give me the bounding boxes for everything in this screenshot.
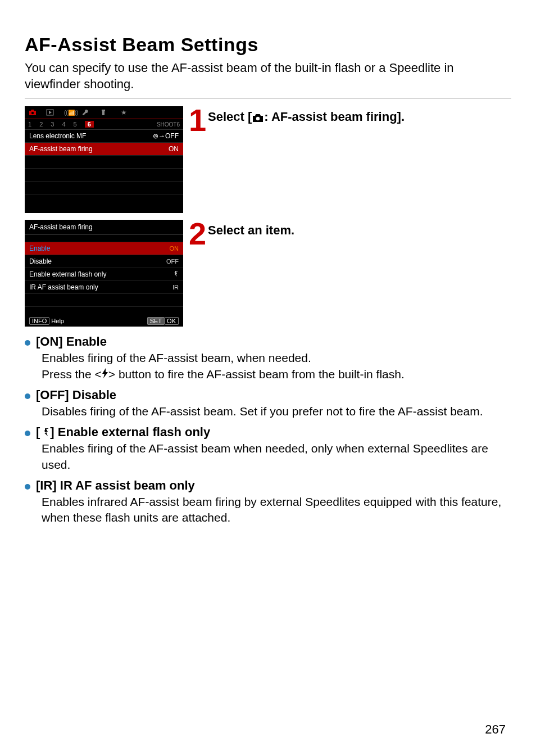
step-1-text-b: : AF-assist beam firing]. xyxy=(264,110,405,124)
menu-row-empty xyxy=(25,169,183,182)
menu-row-af-assist: AF-assist beam firing ON xyxy=(25,143,183,156)
bullet-body: Enables firing of the AF-assist beam whe… xyxy=(42,441,511,473)
camera-icon xyxy=(28,109,39,116)
menu-row-value: ⊚→OFF xyxy=(153,132,179,140)
info-button-label: INFO xyxy=(29,317,49,325)
ok-label: OK xyxy=(165,317,179,325)
svg-rect-2 xyxy=(102,110,105,111)
subtab-3: 3 xyxy=(51,121,54,128)
bullet-body: Enables infrared AF-assist beam firing b… xyxy=(42,494,511,526)
bullet-off: [OFF] Disable xyxy=(25,388,511,402)
option-label: Enable xyxy=(29,245,50,252)
option-value: OFF xyxy=(166,258,179,265)
step-2-text: Select an item. xyxy=(208,223,294,238)
page-number: 267 xyxy=(485,722,506,737)
ext-flash-icon xyxy=(40,425,50,439)
bullet-head-post: ] Enable external flash only xyxy=(50,425,210,439)
svg-rect-3 xyxy=(102,111,105,115)
subtab-4: 4 xyxy=(62,121,65,128)
menu-row-value: ON xyxy=(169,145,179,153)
shoot-label: SHOOT6 xyxy=(157,121,180,128)
menu-row-lens-mf: Lens electronic MF ⊚→OFF xyxy=(25,130,183,143)
manual-page: AF-Assist Beam Settings You can specify … xyxy=(0,0,536,756)
subtab-2: 2 xyxy=(39,121,43,128)
option-value: IR xyxy=(172,284,179,291)
bullet-body: Disables firing of the AF-assist beam. S… xyxy=(42,404,511,419)
option-ir: IR AF assist beam only IR xyxy=(25,281,183,294)
bullet-dot-icon xyxy=(25,393,30,399)
play-icon xyxy=(46,109,57,116)
step-2-number: 2 xyxy=(189,220,206,248)
step-1-text: Select [: AF-assist beam firing]. xyxy=(208,110,405,126)
flash-icon xyxy=(102,366,108,382)
wireless-icon: ((📶)) xyxy=(64,110,75,116)
bullets: [ON] Enable Enables firing of the AF-ass… xyxy=(25,334,511,526)
bullet-head: [IR] IR AF assist beam only xyxy=(36,478,195,493)
svg-point-0 xyxy=(31,112,34,114)
bullet-on: [ON] Enable xyxy=(25,334,511,349)
camera-tabbar: ((📶)) ★ xyxy=(25,106,183,119)
bullet-dot-icon xyxy=(25,484,30,490)
subtab-1: 1 xyxy=(28,121,31,128)
page-title: AF-Assist Beam Settings xyxy=(25,34,511,56)
bullet-ir: [IR] IR AF assist beam only xyxy=(25,478,511,493)
help-label: Help xyxy=(51,318,64,324)
bullet-head: [OFF] Disable xyxy=(36,388,116,402)
intro-text: You can specify to use the AF-assist bea… xyxy=(25,60,511,92)
footer-right: SETOK xyxy=(147,318,179,324)
set-button-label: SET xyxy=(147,317,165,325)
step-1-row: ((📶)) ★ 1 2 3 4 5 6 SHOOT6 Lens electron… xyxy=(25,106,511,213)
subtab-6: 6 xyxy=(85,121,94,128)
wrench-icon xyxy=(82,109,93,116)
footer-left: INFO Help xyxy=(29,318,64,324)
option-enable: Enable ON xyxy=(25,242,183,255)
option-ext-flash: Enable external flash only xyxy=(25,268,183,281)
step-1-number: 1 xyxy=(189,106,206,134)
camera-inline-icon xyxy=(252,111,264,126)
menu-row-empty xyxy=(25,156,183,169)
bullet-body-line1: Enables firing of the AF-assist beam, wh… xyxy=(42,351,311,364)
option-disable: Disable OFF xyxy=(25,255,183,268)
camera-screen-2-title: AF-assist beam firing xyxy=(25,220,183,235)
menu-row-label: AF-assist beam firing xyxy=(29,145,93,153)
menu-row-empty xyxy=(25,194,183,207)
star-icon: ★ xyxy=(118,108,129,116)
option-label: Disable xyxy=(29,257,52,265)
bullet-ext: [] Enable external flash only xyxy=(25,425,511,440)
option-value-icon xyxy=(172,270,179,278)
option-value: ON xyxy=(170,245,179,252)
subtab-5: 5 xyxy=(74,121,77,128)
bullet-body-pre: Press the < xyxy=(42,368,102,381)
camera-screen-1: ((📶)) ★ 1 2 3 4 5 6 SHOOT6 Lens electron… xyxy=(25,106,183,213)
step-2-row: AF-assist beam firing Enable ON Disable … xyxy=(25,220,511,327)
menu-row-label: Lens electronic MF xyxy=(29,132,86,140)
bullet-dot-icon xyxy=(25,340,30,346)
divider xyxy=(25,98,511,98)
menu-row-empty xyxy=(25,182,183,194)
bullet-head: [] Enable external flash only xyxy=(36,425,210,440)
custom-icon xyxy=(100,109,111,116)
svg-point-4 xyxy=(256,117,260,120)
bullet-head: [ON] Enable xyxy=(36,334,107,349)
camera-footer: INFO Help SETOK xyxy=(25,318,183,324)
bullet-dot-icon xyxy=(25,431,30,436)
option-label: IR AF assist beam only xyxy=(29,283,98,291)
bullet-body: Enables firing of the AF-assist beam, wh… xyxy=(42,350,511,382)
camera-subtabs: 1 2 3 4 5 6 SHOOT6 xyxy=(25,119,183,130)
camera-screen-2: AF-assist beam firing Enable ON Disable … xyxy=(25,220,183,327)
step-1-text-a: Select [ xyxy=(208,110,252,124)
option-label: Enable external flash only xyxy=(29,270,106,278)
bullet-body-post: > button to fire the AF-assist beam from… xyxy=(108,368,405,381)
